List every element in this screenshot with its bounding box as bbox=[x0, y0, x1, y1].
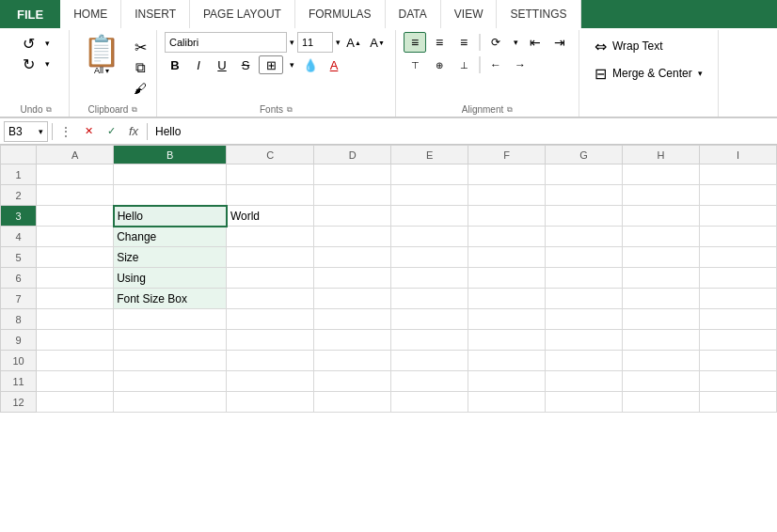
cell-D1[interactable] bbox=[314, 164, 391, 185]
cell-H3[interactable] bbox=[623, 206, 700, 227]
cell-F2[interactable] bbox=[468, 185, 546, 206]
cell-E10[interactable] bbox=[391, 351, 468, 371]
cell-I4[interactable] bbox=[700, 227, 777, 247]
cell-C1[interactable] bbox=[227, 164, 314, 185]
cell-E4[interactable] bbox=[391, 227, 468, 247]
cell-F11[interactable] bbox=[468, 371, 546, 392]
cell-E1[interactable] bbox=[391, 164, 468, 185]
cell-A3[interactable] bbox=[37, 206, 114, 227]
strikethrough-button[interactable]: S bbox=[235, 55, 256, 75]
col-header-G[interactable]: G bbox=[546, 146, 623, 164]
cell-H9[interactable] bbox=[623, 330, 700, 351]
cell-B9[interactable] bbox=[114, 330, 227, 351]
cell-C4[interactable] bbox=[227, 227, 314, 247]
cell-B1[interactable] bbox=[114, 164, 227, 185]
row-header-5[interactable]: 5 bbox=[1, 247, 37, 268]
cell-C6[interactable] bbox=[227, 268, 314, 289]
cell-A6[interactable] bbox=[37, 268, 114, 289]
cell-B11[interactable] bbox=[114, 371, 227, 392]
cell-A7[interactable] bbox=[37, 289, 114, 309]
cell-E9[interactable] bbox=[391, 330, 468, 351]
cell-B10[interactable] bbox=[114, 351, 227, 371]
cell-I7[interactable] bbox=[700, 289, 777, 309]
cell-E2[interactable] bbox=[391, 185, 468, 206]
cell-C10[interactable] bbox=[227, 351, 314, 371]
cell-I5[interactable] bbox=[700, 247, 777, 268]
cell-C7[interactable] bbox=[227, 289, 314, 309]
font-size-input[interactable] bbox=[297, 32, 333, 53]
col-header-E[interactable]: E bbox=[391, 146, 468, 164]
cell-B3[interactable]: Hello bbox=[114, 206, 227, 227]
cell-C11[interactable] bbox=[227, 371, 314, 392]
cell-C2[interactable] bbox=[227, 185, 314, 206]
row-header-9[interactable]: 9 bbox=[1, 330, 37, 351]
formula-input[interactable] bbox=[151, 125, 773, 138]
valign-middle-button[interactable]: ⊕ bbox=[428, 55, 451, 75]
fill-color-button[interactable]: 💧 bbox=[300, 55, 321, 74]
cell-F6[interactable] bbox=[468, 268, 546, 289]
tab-formulas[interactable]: FORMULAS bbox=[295, 0, 386, 28]
cell-E3[interactable] bbox=[391, 206, 468, 227]
cell-G7[interactable] bbox=[546, 289, 623, 309]
cell-H8[interactable] bbox=[623, 309, 700, 330]
cell-H12[interactable] bbox=[623, 392, 700, 413]
redo-dropdown[interactable]: ▾ bbox=[41, 55, 55, 73]
cell-D11[interactable] bbox=[314, 371, 391, 392]
tab-settings[interactable]: SETTINGS bbox=[497, 0, 580, 28]
cell-I3[interactable] bbox=[700, 206, 777, 227]
merge-center-button[interactable]: ⊟ Merge & Center ▾ bbox=[589, 61, 708, 86]
cell-F10[interactable] bbox=[468, 351, 546, 371]
cell-B2[interactable] bbox=[114, 185, 227, 206]
cell-G5[interactable] bbox=[546, 247, 623, 268]
cell-ref-dropdown[interactable]: ▾ bbox=[39, 127, 43, 136]
cell-B8[interactable] bbox=[114, 309, 227, 330]
row-header-11[interactable]: 11 bbox=[1, 371, 37, 392]
cell-C3[interactable]: World bbox=[227, 206, 314, 227]
tab-view[interactable]: VIEW bbox=[441, 0, 498, 28]
cell-G4[interactable] bbox=[546, 227, 623, 247]
cell-G3[interactable] bbox=[546, 206, 623, 227]
cell-E8[interactable] bbox=[391, 309, 468, 330]
cell-D9[interactable] bbox=[314, 330, 391, 351]
cell-G12[interactable] bbox=[546, 392, 623, 413]
increase-font-button[interactable]: A▲ bbox=[343, 33, 364, 52]
cell-A8[interactable] bbox=[37, 309, 114, 330]
cell-F1[interactable] bbox=[468, 164, 546, 185]
row-header-7[interactable]: 7 bbox=[1, 289, 37, 309]
cell-G10[interactable] bbox=[546, 351, 623, 371]
row-header-8[interactable]: 8 bbox=[1, 309, 37, 330]
cell-D5[interactable] bbox=[314, 247, 391, 268]
cell-D8[interactable] bbox=[314, 309, 391, 330]
cell-I2[interactable] bbox=[700, 185, 777, 206]
cell-B6[interactable]: Using bbox=[114, 268, 227, 289]
cell-B4[interactable]: Change bbox=[114, 227, 227, 247]
wrap-text-button[interactable]: ⇔ Wrap Text bbox=[589, 34, 708, 58]
cell-A11[interactable] bbox=[37, 371, 114, 392]
cell-I10[interactable] bbox=[700, 351, 777, 371]
undo-button[interactable]: ↺ bbox=[19, 34, 40, 53]
valign-bottom-button[interactable]: ⊥ bbox=[452, 55, 475, 75]
cell-F9[interactable] bbox=[468, 330, 546, 351]
font-color-button[interactable]: A bbox=[324, 55, 344, 74]
cell-E6[interactable] bbox=[391, 268, 468, 289]
fx-label[interactable]: fx bbox=[124, 124, 143, 138]
row-header-3[interactable]: 3 bbox=[1, 206, 37, 227]
align-left-button[interactable]: ≡ bbox=[404, 32, 426, 53]
cell-I9[interactable] bbox=[700, 330, 777, 351]
ltr-button[interactable]: → bbox=[509, 55, 531, 75]
cell-I8[interactable] bbox=[700, 309, 777, 330]
row-header-6[interactable]: 6 bbox=[1, 268, 37, 289]
cell-A4[interactable] bbox=[37, 227, 114, 247]
tab-file[interactable]: FILE bbox=[0, 0, 60, 28]
cell-D10[interactable] bbox=[314, 351, 391, 371]
cell-F8[interactable] bbox=[468, 309, 546, 330]
align-center-button[interactable]: ≡ bbox=[428, 32, 451, 53]
cell-D12[interactable] bbox=[314, 392, 391, 413]
cell-E7[interactable] bbox=[391, 289, 468, 309]
valign-top-button[interactable]: ⊤ bbox=[404, 55, 426, 75]
cell-G1[interactable] bbox=[546, 164, 623, 185]
cell-F4[interactable] bbox=[468, 227, 546, 247]
cell-H7[interactable] bbox=[623, 289, 700, 309]
col-header-I[interactable]: I bbox=[700, 146, 777, 164]
cell-A9[interactable] bbox=[37, 330, 114, 351]
